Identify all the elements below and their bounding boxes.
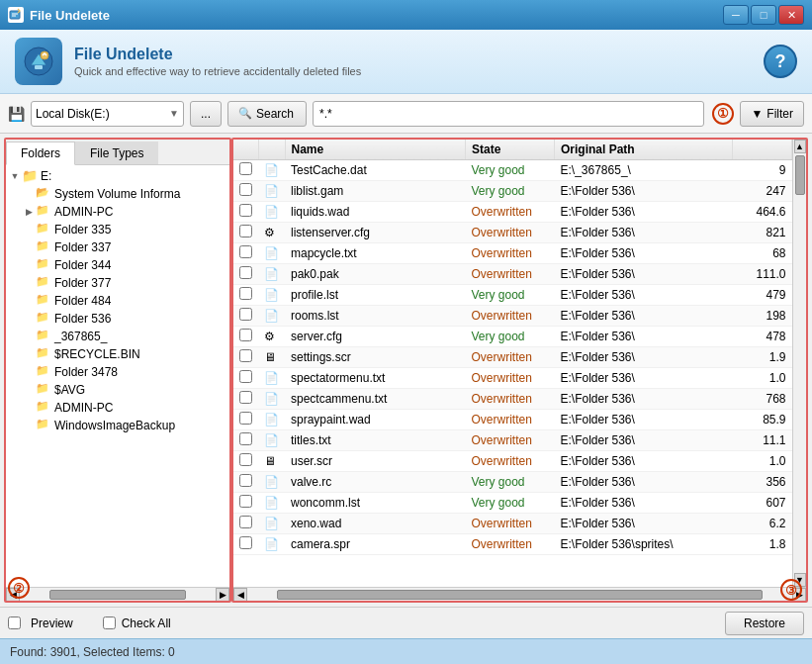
file-hscroll-left-btn[interactable]: ◀: [233, 588, 247, 602]
file-checkbox[interactable]: [239, 204, 252, 217]
file-checkbox[interactable]: [239, 183, 252, 196]
maximize-button[interactable]: □: [751, 5, 776, 25]
tree-toggle: [22, 365, 36, 379]
tree-toggle-root[interactable]: ▼: [8, 169, 22, 183]
hscroll-right-btn[interactable]: ▶: [216, 588, 229, 602]
folder-tree[interactable]: ▼ 📁 E: 📂 System Volume Informa ▶ 📁 ADMIN…: [6, 165, 229, 587]
file-type-icon: 📄: [264, 205, 279, 219]
row-name-cell[interactable]: titles.txt: [285, 430, 466, 451]
file-checkbox[interactable]: [239, 225, 252, 237]
vscroll-thumb[interactable]: [795, 155, 805, 195]
list-item[interactable]: 📁 Folder 536: [22, 310, 227, 328]
file-checkbox[interactable]: [239, 495, 252, 508]
row-name-cell[interactable]: woncomm.lst: [285, 493, 466, 514]
row-state-cell: Overwritten: [466, 534, 555, 555]
col-path[interactable]: Original Path: [555, 140, 733, 160]
file-type-icon: 📄: [264, 413, 279, 427]
file-checkbox[interactable]: [239, 329, 252, 341]
tree-hscrollbar[interactable]: ◀ ▶: [6, 587, 229, 601]
row-path-cell: E:\Folder 536\: [555, 264, 733, 285]
row-name-cell[interactable]: listenserver.cfg: [285, 223, 466, 243]
file-checkbox[interactable]: [239, 453, 252, 466]
list-item[interactable]: 📂 System Volume Informa: [22, 185, 227, 203]
row-name-cell[interactable]: profile.lst: [285, 285, 466, 306]
row-state-cell: Overwritten: [466, 223, 555, 243]
row-name-cell[interactable]: camera.spr: [285, 534, 466, 555]
tree-item-root[interactable]: ▼ 📁 E:: [8, 167, 227, 185]
row-name-cell[interactable]: spraypaint.wad: [285, 410, 466, 430]
row-name-cell[interactable]: spectcammenu.txt: [285, 389, 466, 410]
list-item[interactable]: 📁 ADMIN-PC: [22, 399, 227, 417]
file-checkbox[interactable]: [239, 432, 252, 445]
row-name-cell[interactable]: rooms.lst: [285, 306, 466, 327]
row-icon-cell: 🖥: [258, 347, 285, 368]
row-name-cell[interactable]: liquids.wad: [285, 202, 466, 223]
row-icon-cell: 📄: [258, 389, 285, 410]
minimize-button[interactable]: ─: [723, 5, 749, 25]
list-item[interactable]: 📁 Folder 3478: [22, 363, 227, 381]
row-icon-cell: ⚙: [258, 223, 285, 243]
file-checkbox[interactable]: [239, 370, 252, 383]
file-vscrollbar[interactable]: ▲ ▼: [792, 140, 806, 587]
folder-icon: 📁: [36, 204, 51, 220]
file-checkbox[interactable]: [239, 162, 252, 175]
row-name-cell[interactable]: TestCache.dat: [285, 160, 466, 181]
drive-selector[interactable]: Local Disk(E:) ▼: [31, 101, 184, 127]
close-button[interactable]: ✕: [778, 5, 804, 25]
row-name-cell[interactable]: mapcycle.txt: [285, 243, 466, 264]
list-item[interactable]: 📁 _367865_: [22, 328, 227, 345]
tab-file-types[interactable]: File Types: [75, 142, 158, 164]
hscroll-thumb[interactable]: [49, 590, 186, 600]
row-name-cell[interactable]: user.scr: [285, 451, 466, 472]
list-item[interactable]: ▶ 📁 ADMIN-PC: [22, 203, 227, 221]
col-state[interactable]: State: [466, 140, 555, 160]
file-checkbox[interactable]: [239, 412, 252, 425]
file-checkbox[interactable]: [239, 287, 252, 300]
file-table-scroll[interactable]: Name State Original Path 📄 TestCache.dat…: [233, 140, 792, 587]
col-name[interactable]: Name: [285, 140, 466, 160]
row-name-cell[interactable]: pak0.pak: [285, 264, 466, 285]
file-checkbox[interactable]: [239, 516, 252, 528]
search-button[interactable]: 🔍 Search: [227, 101, 307, 127]
filter-button[interactable]: ▼ Filter: [740, 101, 804, 127]
file-hscrollbar[interactable]: ◀ ▶: [233, 587, 806, 601]
file-checkbox[interactable]: [239, 474, 252, 487]
tree-label: Folder 344: [54, 258, 111, 272]
file-hscroll-thumb[interactable]: [277, 590, 763, 600]
file-checkbox[interactable]: [239, 308, 252, 321]
file-checkbox[interactable]: [239, 391, 252, 404]
table-row: 📄 xeno.wad Overwritten E:\Folder 536\ 6.…: [233, 514, 792, 534]
tree-label: Folder 484: [54, 294, 111, 308]
file-type-icon: 📄: [264, 267, 279, 281]
vscroll-up-btn[interactable]: ▲: [794, 140, 806, 153]
tab-folders[interactable]: Folders: [6, 142, 75, 165]
help-button[interactable]: ?: [764, 45, 797, 78]
list-item[interactable]: 📁 Folder 335: [22, 221, 227, 238]
list-item[interactable]: 📁 $RECYCLE.BIN: [22, 345, 227, 363]
folder-icon: 📁: [36, 239, 51, 255]
list-item[interactable]: 📁 Folder 337: [22, 238, 227, 256]
tree-toggle: [22, 383, 36, 397]
list-item[interactable]: 📁 Folder 484: [22, 292, 227, 310]
row-name-cell[interactable]: server.cfg: [285, 327, 466, 347]
row-name-cell[interactable]: settings.scr: [285, 347, 466, 368]
row-name-cell[interactable]: valve.rc: [285, 472, 466, 493]
preview-checkbox[interactable]: [8, 617, 21, 629]
filter-input[interactable]: [313, 101, 704, 127]
check-all-checkbox[interactable]: [103, 617, 116, 629]
list-item[interactable]: 📁 WindowsImageBackup: [22, 417, 227, 434]
row-name-cell[interactable]: xeno.wad: [285, 514, 466, 534]
file-checkbox[interactable]: [239, 536, 252, 549]
restore-button[interactable]: Restore: [725, 612, 804, 635]
tree-toggle[interactable]: ▶: [22, 205, 36, 219]
list-item[interactable]: 📁 Folder 344: [22, 256, 227, 274]
row-name-cell[interactable]: spectatormenu.txt: [285, 368, 466, 389]
list-item[interactable]: 📁 $AVG: [22, 381, 227, 399]
file-checkbox[interactable]: [239, 349, 252, 362]
row-name-cell[interactable]: liblist.gam: [285, 181, 466, 202]
file-checkbox[interactable]: [239, 245, 252, 258]
list-item[interactable]: 📁 Folder 377: [22, 274, 227, 292]
file-checkbox[interactable]: [239, 266, 252, 279]
ellipsis-button[interactable]: ...: [190, 101, 222, 127]
tree-label: ADMIN-PC: [54, 205, 113, 219]
